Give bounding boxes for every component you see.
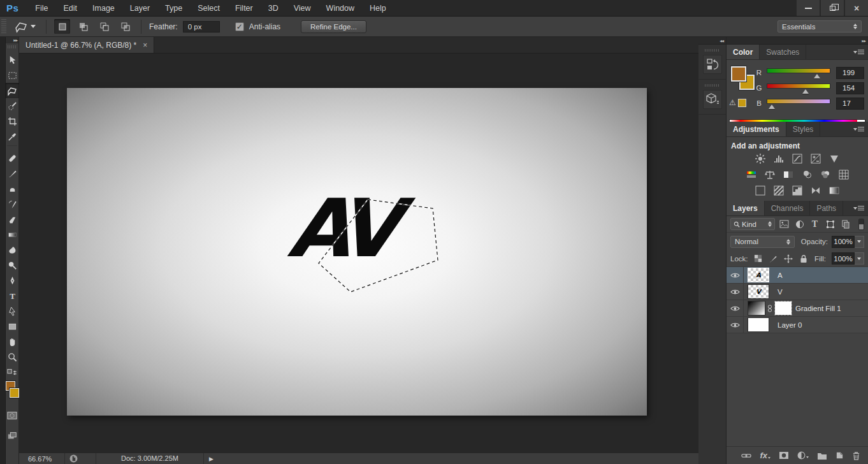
layer-style-button[interactable]: fx xyxy=(760,451,770,460)
tool-hand[interactable] xyxy=(6,334,19,349)
tool-history-brush[interactable] xyxy=(6,196,19,212)
antialias-checkbox[interactable]: ✓ xyxy=(235,22,244,31)
lock-position-button[interactable] xyxy=(783,253,794,264)
hue-saturation-button[interactable] xyxy=(744,169,758,180)
blue-slider-thumb[interactable] xyxy=(769,105,775,109)
layer-row-a[interactable]: A A xyxy=(727,267,868,284)
options-bar-grip[interactable] xyxy=(1,19,6,34)
document-tab[interactable]: Untitled-1 @ 66.7% (A, RGB/8) * × xyxy=(19,37,154,53)
panel-foreground-swatch[interactable] xyxy=(731,66,746,82)
red-slider[interactable] xyxy=(767,68,830,73)
layer-filter-toggle[interactable] xyxy=(858,219,864,230)
layer-visibility-toggle[interactable] xyxy=(727,300,744,316)
tool-path-selection[interactable] xyxy=(6,303,19,319)
tool-rectangle[interactable] xyxy=(6,319,19,334)
tool-type[interactable]: T xyxy=(6,288,19,303)
layer-row-layer0[interactable]: Layer 0 xyxy=(727,317,868,333)
tools-grip[interactable] xyxy=(8,45,17,48)
color-panel-menu-icon[interactable] xyxy=(853,45,868,59)
gamut-warning-group[interactable]: ⚠ xyxy=(729,98,746,107)
workspace-switcher[interactable]: Essentials xyxy=(778,20,862,33)
properties-panel-button[interactable] xyxy=(703,90,722,109)
refine-edge-button[interactable]: Refine Edge... xyxy=(301,20,366,33)
zoom-level-field[interactable]: 66.67% xyxy=(19,453,65,464)
mask-link-icon[interactable] xyxy=(767,305,772,312)
color-lookup-button[interactable] xyxy=(837,169,851,180)
menu-help[interactable]: Help xyxy=(362,4,394,13)
history-panel-button[interactable] xyxy=(703,55,722,74)
tool-spot-healing-brush[interactable] xyxy=(6,150,19,166)
threshold-button[interactable] xyxy=(790,185,804,196)
menu-type[interactable]: Type xyxy=(157,4,190,13)
tab-layers[interactable]: Layers xyxy=(727,201,765,215)
tool-zoom[interactable] xyxy=(6,349,19,365)
fill-caret-icon[interactable] xyxy=(855,252,864,265)
closest-web-color-swatch[interactable] xyxy=(738,99,746,107)
fill-control[interactable]: 100% xyxy=(832,252,864,265)
red-value-field[interactable]: 199 xyxy=(836,67,864,79)
feather-input[interactable] xyxy=(183,21,220,33)
tool-quick-selection[interactable] xyxy=(6,98,19,113)
layer-visibility-toggle[interactable] xyxy=(727,317,744,333)
lock-image-pixels-button[interactable] xyxy=(768,253,779,264)
gradient-map-button[interactable] xyxy=(827,185,841,196)
tools-expand-icon[interactable]: ▶▶ xyxy=(6,37,18,43)
tab-adjustments[interactable]: Adjustments xyxy=(727,122,786,136)
intersect-selection-button[interactable] xyxy=(117,19,133,34)
link-layers-button[interactable] xyxy=(741,453,751,459)
filter-pixel-layers-button[interactable] xyxy=(778,218,790,230)
tool-eraser[interactable] xyxy=(6,212,19,227)
opacity-control[interactable]: 100% xyxy=(832,236,864,248)
layer-thumbnail[interactable]: V xyxy=(748,285,769,298)
new-adjustment-layer-button[interactable] xyxy=(797,451,809,460)
black-white-button[interactable] xyxy=(781,169,795,180)
document-size-readout[interactable]: Doc: 3.00M/2.25M xyxy=(96,453,204,464)
filter-kind-dropdown[interactable]: Kind xyxy=(730,218,775,230)
layer-visibility-toggle[interactable] xyxy=(727,284,744,300)
green-value-field[interactable]: 154 xyxy=(836,82,864,94)
quick-mask-button[interactable] xyxy=(6,408,19,423)
layers-panel-menu-icon[interactable] xyxy=(853,201,868,215)
gradient-fill-thumbnail[interactable] xyxy=(748,301,765,315)
filter-smart-objects-button[interactable] xyxy=(839,218,851,230)
layer-visibility-toggle[interactable] xyxy=(727,267,744,283)
properties-panel-grip[interactable] xyxy=(705,84,720,87)
minimize-button[interactable] xyxy=(797,0,820,16)
dock-collapse-icon[interactable]: ◀◀ xyxy=(698,37,726,45)
background-color-swatch[interactable] xyxy=(10,388,19,398)
screen-mode-button[interactable] xyxy=(6,428,19,444)
new-group-button[interactable] xyxy=(817,452,827,460)
tab-styles[interactable]: Styles xyxy=(786,122,821,136)
tool-pen[interactable] xyxy=(6,273,19,288)
menu-3d[interactable]: 3D xyxy=(261,4,286,13)
adjustments-panel-menu-icon[interactable] xyxy=(853,122,868,136)
menu-image[interactable]: Image xyxy=(85,4,122,13)
tab-paths[interactable]: Paths xyxy=(810,201,843,215)
add-to-selection-button[interactable] xyxy=(75,19,91,34)
selective-color-button[interactable] xyxy=(809,185,823,196)
layer-name[interactable]: A xyxy=(778,272,783,279)
menu-filter[interactable]: Filter xyxy=(228,4,261,13)
red-slider-thumb[interactable] xyxy=(814,74,820,78)
restore-button[interactable] xyxy=(821,0,844,16)
menu-window[interactable]: Window xyxy=(319,4,362,13)
new-selection-button[interactable] xyxy=(54,19,70,34)
menu-layer[interactable]: Layer xyxy=(122,4,157,13)
exposure-button[interactable] xyxy=(809,153,823,164)
tool-gradient[interactable] xyxy=(6,227,19,242)
channel-mixer-button[interactable] xyxy=(818,169,832,180)
layer-row-v[interactable]: V V xyxy=(727,284,868,300)
current-tool-dropdown[interactable] xyxy=(11,20,38,33)
layer-name[interactable]: Gradient Fill 1 xyxy=(795,305,841,312)
layer-name[interactable]: V xyxy=(778,288,783,296)
swap-colors-button[interactable] xyxy=(6,365,19,380)
green-slider[interactable] xyxy=(767,83,830,89)
layer-thumbnail[interactable]: A xyxy=(748,268,769,282)
tab-channels[interactable]: Channels xyxy=(765,201,811,215)
green-slider-thumb[interactable] xyxy=(802,89,809,94)
layer-name[interactable]: Layer 0 xyxy=(778,321,802,329)
blue-value-field[interactable]: 17 xyxy=(836,98,864,110)
lock-transparent-pixels-button[interactable] xyxy=(753,253,763,264)
status-options-arrow-icon[interactable]: ▶ xyxy=(209,456,213,462)
tool-rectangular-marquee[interactable] xyxy=(6,68,19,83)
